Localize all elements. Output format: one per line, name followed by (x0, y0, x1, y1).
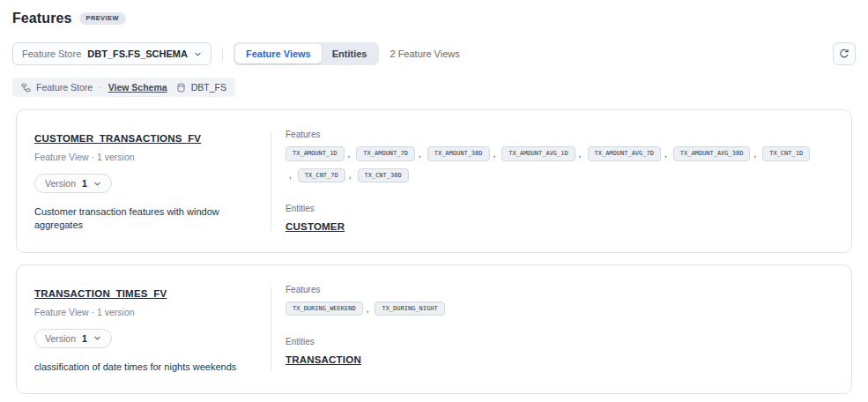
tab-entities[interactable]: Entities (322, 44, 378, 63)
feature-chip: TX_CNT_7D (298, 168, 345, 183)
version-value: 1 (82, 178, 87, 189)
breadcrumb-separator: · (99, 82, 102, 93)
database-icon (176, 83, 186, 93)
entities-block: Entities TRANSACTION (286, 337, 828, 365)
feature-chip: TX_AMOUNT_30D (427, 146, 490, 161)
feature-chip: TX_AMOUNT_AVG_30D (673, 146, 751, 161)
refresh-button[interactable] (833, 42, 856, 65)
feature-view-card: CUSTOMER_TRANSACTIONS_FV Feature View · … (16, 109, 852, 253)
feature-chip: TX_CNT_30D (358, 168, 409, 183)
chevron-down-icon (194, 50, 202, 58)
feature-view-title-link[interactable]: TRANSACTION_TIMES_FV (34, 288, 167, 299)
feature-chip: TX_CNT_1D (762, 146, 810, 161)
features-chip-list: TX_AMOUNT_1D,TX_AMOUNT_7D,TX_AMOUNT_30D,… (286, 146, 814, 182)
feature-chip: TX_DURING_NIGHT (375, 302, 444, 316)
features-page: Features PREVIEW Feature Store DBT_FS.FS… (0, 0, 868, 394)
preview-badge: PREVIEW (79, 12, 126, 25)
breadcrumb: Feature Store · View Schema DBT_FS (12, 78, 235, 97)
entity-link[interactable]: CUSTOMER (286, 221, 345, 232)
feature-chip: TX_AMOUNT_1D (286, 146, 345, 161)
entities-label: Entities (286, 337, 828, 346)
version-dropdown[interactable]: Version 1 (34, 329, 112, 348)
chip-separator: , (753, 149, 756, 159)
features-chip-list: TX_DURING_WEEKEND,TX_DURING_NIGHT (286, 302, 814, 316)
feature-view-title-link[interactable]: CUSTOMER_TRANSACTIONS_FV (34, 133, 201, 144)
toolbar: Feature Store DBT_FS.FS_SCHEMA Feature V… (12, 42, 856, 65)
feature-view-description: Customer transaction features with windo… (34, 205, 255, 233)
entity-link[interactable]: TRANSACTION (286, 354, 361, 365)
breadcrumb-database-name: DBT_FS (191, 82, 226, 93)
page-header: Features PREVIEW (12, 11, 856, 26)
feature-view-card: TRANSACTION_TIMES_FV Feature View · 1 ve… (16, 264, 852, 394)
version-value: 1 (82, 333, 87, 344)
feature-chip: TX_AMOUNT_AVG_1D (501, 146, 575, 161)
feature-view-subtitle: Feature View · 1 version (34, 152, 255, 162)
card-summary: CUSTOMER_TRANSACTIONS_FV Feature View · … (17, 130, 271, 233)
breadcrumb-store-label: Feature Store (36, 82, 93, 93)
feature-store-dropdown[interactable]: Feature Store DBT_FS.FS_SCHEMA (12, 42, 211, 65)
breadcrumb-row: Feature Store · View Schema DBT_FS (12, 65, 856, 97)
chip-separator: , (367, 304, 369, 314)
chip-separator: , (419, 149, 421, 159)
toolbar-separator (222, 48, 223, 61)
chip-separator: , (579, 149, 582, 159)
feature-chip: TX_AMOUNT_7D (356, 146, 415, 161)
chip-separator: , (349, 170, 352, 180)
entities-block: Entities CUSTOMER (286, 204, 828, 232)
card-list: CUSTOMER_TRANSACTIONS_FV Feature View · … (16, 109, 852, 394)
chip-separator: , (664, 149, 667, 159)
feature-store-dropdown-label: Feature Store (22, 48, 81, 59)
chevron-down-icon (93, 334, 101, 342)
version-dropdown[interactable]: Version 1 (34, 174, 112, 193)
entities-list: CUSTOMER (286, 221, 828, 232)
chip-separator: , (493, 149, 496, 159)
entities-label: Entities (286, 204, 828, 213)
card-summary: TRANSACTION_TIMES_FV Feature View · 1 ve… (17, 285, 271, 374)
version-label: Version (45, 178, 76, 189)
feature-chip: TX_DURING_WEEKEND (286, 302, 363, 316)
feature-view-subtitle: Feature View · 1 version (34, 307, 255, 317)
features-label: Features (286, 285, 828, 294)
feature-view-description: classification of date times for nights … (34, 361, 255, 374)
schema-icon (21, 83, 31, 93)
version-label: Version (45, 333, 76, 344)
page-title: Features (12, 11, 72, 26)
tab-feature-views[interactable]: Feature Views (235, 44, 322, 63)
card-details: Features TX_AMOUNT_1D,TX_AMOUNT_7D,TX_AM… (271, 130, 851, 233)
feature-views-count: 2 Feature Views (389, 48, 459, 59)
chip-separator: , (289, 170, 292, 180)
view-schema-link[interactable]: View Schema (108, 82, 167, 93)
view-tabs: Feature Views Entities (234, 42, 380, 65)
features-label: Features (286, 130, 828, 139)
feature-store-dropdown-value: DBT_FS.FS_SCHEMA (87, 48, 188, 59)
refresh-icon (839, 48, 849, 59)
card-details: Features TX_DURING_WEEKEND,TX_DURING_NIG… (271, 285, 851, 374)
feature-chip: TX_AMOUNT_AVG_7D (588, 146, 661, 161)
chip-separator: , (348, 149, 351, 159)
chevron-down-icon (93, 180, 101, 188)
entities-list: TRANSACTION (286, 354, 828, 365)
